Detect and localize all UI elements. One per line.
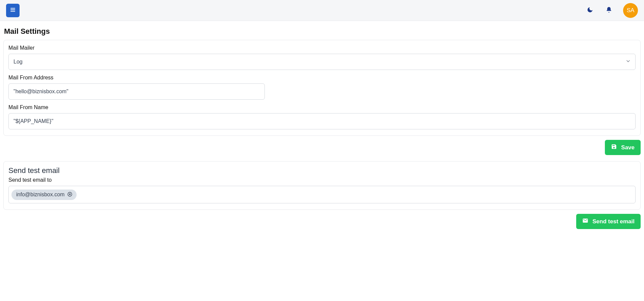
send-test-email-card: Send test email Send test email to info@…: [3, 161, 641, 210]
mail-from-address-group: Mail From Address: [8, 75, 636, 100]
save-icon: [611, 144, 617, 151]
envelope-icon: [582, 218, 588, 225]
save-button[interactable]: Save: [605, 140, 641, 155]
email-chip: info@biznisbox.com: [11, 190, 77, 200]
menu-toggle-button[interactable]: [6, 4, 20, 17]
send-test-email-label: Send test email to: [8, 177, 636, 183]
mail-from-address-label: Mail From Address: [8, 75, 636, 81]
theme-toggle-button[interactable]: [585, 5, 595, 16]
bell-icon: [606, 6, 612, 14]
mail-from-name-group: Mail From Name: [8, 104, 636, 129]
save-button-row: Save: [3, 140, 641, 155]
close-circle-icon: [67, 192, 73, 198]
chip-remove-button[interactable]: [67, 192, 73, 198]
moon-icon: [587, 6, 593, 14]
avatar[interactable]: SA: [623, 3, 638, 18]
email-chip-label: info@biznisbox.com: [16, 192, 64, 198]
mail-settings-card: Mail Mailer Log Mail From Address Mail F…: [3, 40, 641, 136]
mail-mailer-label: Mail Mailer: [8, 45, 636, 51]
mail-from-address-input[interactable]: [8, 83, 265, 100]
send-test-email-input[interactable]: info@biznisbox.com: [8, 186, 636, 203]
mail-mailer-select[interactable]: Log: [8, 54, 636, 70]
mail-mailer-value: Log: [13, 59, 23, 65]
save-button-label: Save: [621, 144, 635, 151]
menu-icon: [10, 7, 16, 14]
page-content: Mail Settings Mail Mailer Log Mail From …: [0, 21, 644, 239]
send-test-button-row: Send test email: [3, 214, 641, 229]
mail-mailer-group: Mail Mailer Log: [8, 45, 636, 70]
send-test-section-title: Send test email: [8, 166, 636, 175]
notifications-button[interactable]: [604, 5, 614, 16]
mail-from-name-input[interactable]: [8, 113, 636, 129]
mail-from-name-label: Mail From Name: [8, 104, 636, 110]
send-test-email-button[interactable]: Send test email: [576, 214, 641, 229]
topbar: SA: [0, 0, 644, 21]
topbar-right: SA: [585, 3, 638, 18]
avatar-initials: SA: [627, 7, 635, 14]
mail-mailer-select-wrapper: Log: [8, 54, 636, 70]
page-title: Mail Settings: [4, 27, 641, 36]
send-test-email-button-label: Send test email: [592, 218, 635, 225]
